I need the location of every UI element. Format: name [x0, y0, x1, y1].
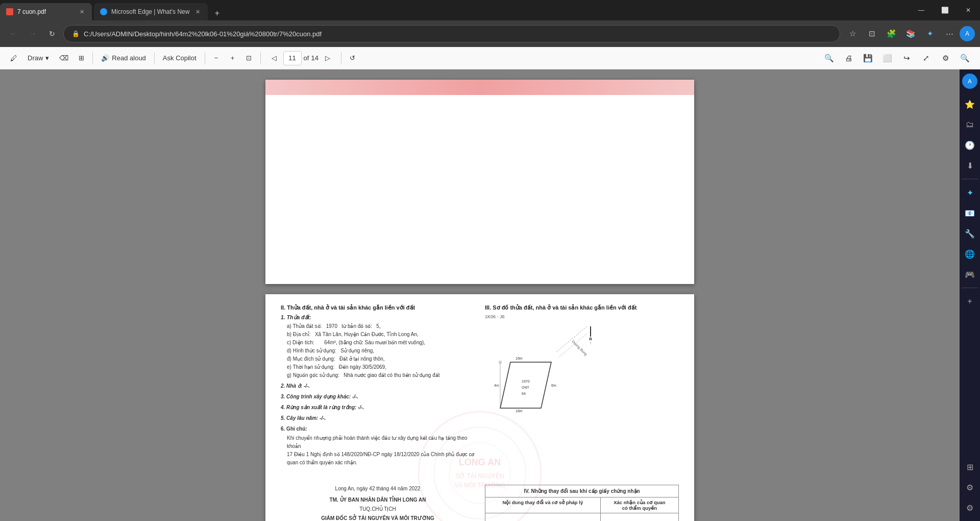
address-bar: ← → ↻ 🔒 C:/Users/ADMIN/Desktop/hinh/64m2…: [0, 20, 980, 47]
tab-edge[interactable]: Microsoft Edge | What's New ✕: [94, 3, 208, 20]
separator-1: [92, 52, 93, 64]
authority-line3: GIÁM ĐỐC SỞ TÀI NGUYÊN VÀ MÔI TRƯỜNG: [281, 514, 475, 521]
subsection-ghichu: 6. Ghi chú: Khi chuyển nhượng phải hoàn …: [281, 425, 475, 467]
tab-edge-close[interactable]: ✕: [193, 8, 202, 16]
draw-dropdown-button[interactable]: Draw ▾: [23, 50, 53, 66]
edge-settings-1[interactable]: ⊞: [961, 458, 979, 476]
browser-extensions-icon[interactable]: 🧩: [882, 25, 900, 43]
pdf-fullscreen-icon[interactable]: ⤢: [917, 49, 935, 67]
ask-copilot-button[interactable]: Ask Copilot: [159, 50, 201, 66]
collections-icon[interactable]: 📚: [901, 25, 920, 43]
pdf-viewer[interactable]: LONG AN SỞ TÀI NGUYÊN VÀ MÔI TRƯỜNG II. …: [0, 69, 960, 521]
tab-edge-label: Microsoft Edge | What's New: [111, 8, 189, 15]
page-number-input[interactable]: [283, 51, 302, 65]
rotate-button[interactable]: ↺: [346, 51, 360, 65]
subsection2-title: 2. Nhà ở: -/-.: [281, 382, 475, 390]
diagram-ref: 1K06 - J6: [485, 314, 505, 319]
tabs-area: 7 cuon.pdf ✕ Microsoft Edge | What's New…: [0, 0, 910, 20]
pdf-toolbar-right: 🔍 🖨 💾 ⬜ ↪ ⤢ ⚙ 🔍: [820, 49, 974, 67]
favorites-icon[interactable]: ☆: [843, 25, 862, 43]
erase-icon: ⌫: [59, 54, 68, 62]
read-aloud-button[interactable]: 🔊 Read aloud: [97, 50, 150, 66]
pdf-settings-icon[interactable]: ⚙: [936, 49, 954, 67]
edge-sidebar-downloads[interactable]: ⬇: [961, 156, 979, 175]
edge-sidebar-outlook[interactable]: 📧: [961, 204, 979, 222]
map-sheet-value: 5,: [376, 323, 380, 329]
tab-pdf[interactable]: 7 cuon.pdf ✕: [0, 3, 92, 20]
refresh-button[interactable]: ↻: [44, 26, 60, 42]
main-content: LONG AN SỞ TÀI NGUYÊN VÀ MÔI TRƯỜNG II. …: [0, 69, 980, 521]
edge-sidebar-tools[interactable]: 🔧: [961, 224, 979, 243]
edge-settings-2[interactable]: ⚙: [961, 478, 979, 496]
edge-sidebar-games[interactable]: 🎮: [961, 265, 979, 283]
edge-profile[interactable]: A: [960, 26, 975, 41]
address-input[interactable]: 🔒 C:/Users/ADMIN/Desktop/hinh/64m2%20lk0…: [63, 25, 840, 42]
area-label: c) Diện tích:: [287, 340, 314, 345]
subsection5-title: 5. Cây lâu năm: -/-.: [281, 414, 475, 422]
edge-sidebar-collections[interactable]: 🗂: [961, 115, 979, 134]
subsection1-title: 1. Thửa đất:: [281, 314, 475, 320]
pdf-print-icon[interactable]: 🖨: [839, 49, 857, 67]
forward-button[interactable]: →: [24, 26, 41, 42]
browser-more[interactable]: ⋯: [940, 25, 959, 43]
parcel-number-label: a) Thửa đất số:: [287, 323, 322, 329]
back-button[interactable]: ←: [5, 26, 21, 42]
edge-sidebar-discover[interactable]: 🌐: [961, 245, 979, 263]
pdf-search-icon[interactable]: 🔍: [820, 49, 838, 67]
edge-sidebar-history[interactable]: 🕐: [961, 136, 979, 154]
pdf-favicon: [6, 8, 13, 15]
ask-copilot-label: Ask Copilot: [163, 54, 197, 62]
pdf-share-icon[interactable]: ⬜: [878, 49, 896, 67]
next-page-button[interactable]: ▷: [321, 51, 335, 65]
copilot-btn[interactable]: ✦: [921, 25, 939, 43]
separator-4: [260, 52, 261, 64]
parcel-diagram: B ↑ Duong Bung 16m 16m: [485, 326, 597, 439]
tab-pdf-close[interactable]: ✕: [78, 8, 86, 16]
sidebar-divider-1: [962, 179, 978, 179]
erase-button[interactable]: ⌫: [55, 50, 72, 66]
edge-sidebar-favorites[interactable]: ⭐: [961, 95, 979, 113]
tab-pdf-label: 7 cuon.pdf: [17, 8, 46, 15]
subsection-thuadat: 1. Thửa đất: a) Thửa đất số: 1970 từ bản…: [281, 314, 475, 380]
maximize-button[interactable]: ⬜: [933, 0, 957, 20]
url-text: C:/Users/ADMIN/Desktop/hinh/64m2%20lk06-…: [84, 30, 831, 38]
edge-sidebar-profile[interactable]: A: [962, 74, 977, 89]
new-tab-button[interactable]: +: [210, 6, 224, 20]
col2-header: Xác nhận của cơ quan có thẩm quyền: [600, 498, 678, 513]
split-screen-icon[interactable]: ⊡: [863, 25, 881, 43]
separator-5: [341, 52, 341, 64]
separator-2: [154, 52, 155, 64]
two-col-layout: II. Thửa đất, nhà ở và tài sản khác gắn …: [281, 304, 679, 469]
highlight-button[interactable]: 🖊: [6, 50, 21, 66]
pdf-rotate-right-icon[interactable]: ↪: [897, 49, 916, 67]
pdf-browser-search-icon[interactable]: 🔍: [955, 49, 974, 67]
page-of-label: of: [304, 54, 309, 62]
page-controls: ◁ of 14 ▷: [267, 51, 335, 65]
use-form-label: d) Hình thức sử dụng:: [287, 348, 336, 353]
edge-settings-3[interactable]: ⚙: [961, 499, 979, 517]
edge-sidebar-copilot[interactable]: ✦: [961, 183, 979, 202]
area-note: (bằng chữ: Sáu mươi bốn mét vuông),: [339, 340, 426, 345]
zoom-in-button[interactable]: +: [226, 51, 240, 65]
edge-sidebar-add[interactable]: +: [961, 292, 979, 311]
prev-page-button[interactable]: ◁: [267, 51, 281, 65]
duration-label: e) Thời hạn sử dụng:: [287, 364, 334, 370]
right-column: III. Sơ đồ thửa đất, nhà ở và tài sản kh…: [485, 304, 679, 469]
north-arrow: B ↑: [589, 326, 592, 345]
zoom-out-button[interactable]: −: [209, 51, 224, 65]
browser-toolbar-icons: ☆ ⊡ 🧩 📚 ✦ ⋯ A: [843, 25, 975, 43]
parcel-number-value: 1970: [326, 323, 337, 329]
purpose-value: Đất ở tại nông thôn,: [339, 356, 385, 362]
section2-title: II. Thửa đất, nhà ở và tài sản khác gắn …: [281, 304, 475, 311]
col1-header: Nội dung thay đổi và cơ sở pháp lý: [485, 498, 601, 513]
pdf-bottom-section: Long An, ngày 42 tháng 44 năm 2022 TM. Ủ…: [281, 485, 679, 521]
close-button[interactable]: ✕: [957, 0, 980, 20]
pdf-save-icon[interactable]: 💾: [859, 49, 877, 67]
area-value: 64m²,: [324, 340, 337, 345]
section4-title: IV. Những thay đổi sau khi cấp giấy chứn…: [485, 485, 679, 498]
minimize-button[interactable]: —: [910, 0, 933, 20]
fit-page-button[interactable]: ⊡: [242, 51, 256, 65]
pdf-page-11: LONG AN SỞ TÀI NGUYÊN VÀ MÔI TRƯỜNG II. …: [265, 294, 694, 521]
view-button[interactable]: ⊞: [75, 50, 88, 66]
draw-chevron-icon: ▾: [45, 54, 49, 62]
